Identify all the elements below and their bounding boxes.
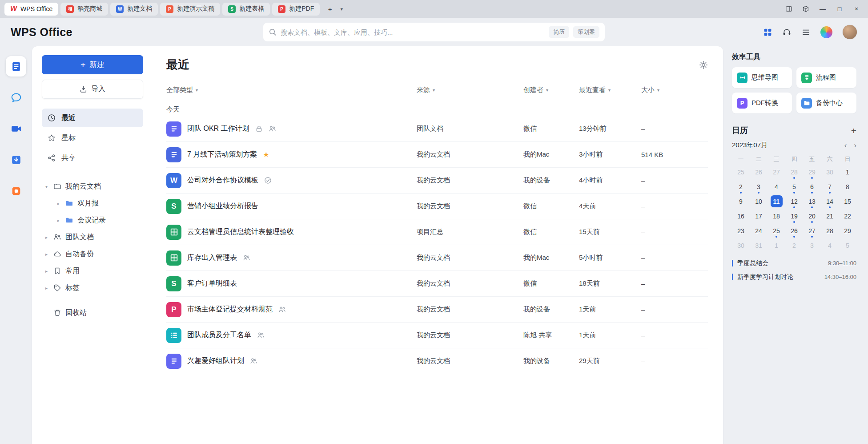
calendar-day[interactable]: 17	[750, 209, 768, 223]
calendar-day[interactable]: 31	[750, 238, 768, 253]
file-row[interactable]: 7 月线下活动策划方案★我的云文档我的Mac3小时前514 KB	[166, 142, 708, 168]
tab-new-document[interactable]: W 新建文档	[110, 3, 158, 16]
calendar-day[interactable]: 8	[839, 179, 856, 194]
file-title[interactable]: 兴趣爱好组队计划	[187, 356, 244, 366]
calendar-day[interactable]: 22	[839, 209, 856, 223]
chevron-right-icon[interactable]: ▸	[44, 269, 49, 274]
tree-item-bimonthly-report[interactable]: ▸ 双月报	[54, 195, 143, 212]
file-title[interactable]: 市场主体登记提交材料规范	[187, 305, 273, 314]
tab-new-pdf[interactable]: P 新建PDF	[272, 3, 320, 16]
calendar-day[interactable]: 1	[768, 238, 785, 253]
add-event-button[interactable]: +	[851, 126, 856, 135]
calendar-day[interactable]: 6	[803, 179, 821, 194]
calendar-day[interactable]: 12	[785, 194, 803, 209]
filter-last-viewed[interactable]: 最近查看 ▾	[579, 86, 641, 94]
calendar-day[interactable]: 9	[732, 194, 750, 209]
rail-docs-icon[interactable]	[6, 56, 26, 77]
calendar-day[interactable]: 19	[785, 209, 803, 223]
calendar-day[interactable]: 30	[732, 238, 750, 253]
tree-item-team-docs[interactable]: ▸ 团队文档	[42, 229, 143, 246]
calendar-day[interactable]: 3	[750, 179, 768, 194]
support-headset-icon[interactable]	[782, 28, 792, 37]
calendar-day[interactable]: 4	[768, 179, 785, 194]
filter-size[interactable]: 大小 ▾	[641, 86, 708, 94]
file-row[interactable]: S营销小组业绩分析报告我的云文档微信4天前–	[166, 194, 708, 219]
calendar-day[interactable]: 5	[785, 179, 803, 194]
calendar-day[interactable]: 15	[839, 194, 856, 209]
file-title[interactable]: 云文档管理员信息统计表整理验收	[187, 227, 294, 237]
tree-item-tags[interactable]: ▸ 标签	[42, 279, 143, 296]
calendar-day[interactable]: 28	[821, 223, 839, 238]
sidebar-item-starred[interactable]: 星标	[42, 129, 143, 147]
rail-chat-icon[interactable]	[6, 87, 26, 108]
calendar-day[interactable]: 30	[821, 165, 839, 179]
tab-docer-store[interactable]: 稻 稻壳商城	[60, 3, 108, 16]
calendar-day[interactable]: 16	[732, 209, 750, 223]
calendar-prev-button[interactable]: ‹	[844, 141, 847, 149]
file-row[interactable]: S客户订单明细表我的云文档微信18天前–	[166, 271, 708, 297]
user-avatar[interactable]	[842, 24, 857, 40]
calendar-day[interactable]: 2	[785, 238, 803, 253]
tree-item-my-cloud-docs[interactable]: ▾ 我的云文档	[42, 178, 143, 195]
calendar-day[interactable]: 27	[803, 223, 821, 238]
file-row[interactable]: 库存出入管理表我的云文档我的Mac5小时前–	[166, 245, 708, 271]
search-tag-resume[interactable]: 简历	[549, 26, 569, 38]
file-row[interactable]: 团队 OKR 工作计划团队文档微信13分钟前–	[166, 116, 708, 142]
file-title[interactable]: 团队 OKR 工作计划	[187, 124, 249, 133]
calendar-day[interactable]: 13	[803, 194, 821, 209]
calendar-day[interactable]: 3	[803, 238, 821, 253]
calendar-day[interactable]: 25	[732, 165, 750, 179]
tab-new-spreadsheet[interactable]: S 新建表格	[222, 3, 270, 16]
search-bar[interactable]: 简历 策划案	[263, 23, 605, 41]
calendar-next-button[interactable]: ›	[854, 141, 856, 149]
file-title[interactable]: 团队成员及分工名单	[187, 331, 251, 340]
calendar-day[interactable]: 1	[839, 165, 856, 179]
calendar-day[interactable]: 2	[732, 179, 750, 194]
calendar-day[interactable]: 29	[839, 223, 856, 238]
close-button[interactable]: ×	[848, 2, 864, 16]
tool-flowchart[interactable]: 流程图	[796, 67, 856, 88]
calendar-day[interactable]: 5	[839, 238, 856, 253]
apps-grid-icon[interactable]	[763, 28, 772, 37]
workspace-box-icon[interactable]	[798, 2, 814, 16]
file-row[interactable]: 兴趣爱好组队计划我的云文档我的设备29天前–	[166, 348, 708, 374]
new-button[interactable]: + 新建	[42, 55, 143, 74]
rail-meeting-icon[interactable]	[6, 118, 26, 139]
calendar-day[interactable]: 10	[750, 194, 768, 209]
chevron-right-icon[interactable]: ▸	[44, 252, 49, 257]
rail-cloud-sync-icon[interactable]	[6, 149, 26, 170]
calendar-day[interactable]: 29	[803, 165, 821, 179]
calendar-day[interactable]: 28	[785, 165, 803, 179]
calendar-day[interactable]: 23	[732, 223, 750, 238]
maximize-button[interactable]: □	[832, 2, 848, 16]
settings-gear-icon[interactable]	[699, 61, 708, 69]
file-title[interactable]: 7 月线下活动策划方案	[187, 150, 257, 159]
file-row[interactable]: W公司对外合作协议模板我的云文档我的设备4小时前–	[166, 168, 708, 194]
tool-mindmap[interactable]: 思维导图	[732, 67, 792, 88]
chevron-down-icon[interactable]: ▾	[44, 184, 49, 189]
calendar-day[interactable]: 27	[768, 165, 785, 179]
tree-item-meeting-notes[interactable]: ▸ 会议记录	[54, 212, 143, 229]
calendar-day[interactable]: 18	[768, 209, 785, 223]
calendar-day[interactable]: 11	[768, 194, 785, 209]
layout-toggle-icon[interactable]	[781, 2, 797, 16]
rail-apps-icon[interactable]	[6, 181, 26, 201]
tool-backup-center[interactable]: 备份中心	[796, 93, 856, 113]
calendar-day[interactable]: 21	[821, 209, 839, 223]
search-tag-plan[interactable]: 策划案	[573, 26, 599, 38]
file-row[interactable]: 云文档管理员信息统计表整理验收项目汇总微信15天前–	[166, 219, 708, 245]
chevron-right-icon[interactable]: ▸	[56, 201, 61, 206]
file-title[interactable]: 客户订单明细表	[187, 279, 237, 288]
calendar-day[interactable]: 20	[803, 209, 821, 223]
minimize-button[interactable]: —	[815, 2, 831, 16]
filter-creator[interactable]: 创建者 ▾	[523, 86, 579, 94]
tab-wps-office[interactable]: W WPS Office	[4, 3, 58, 16]
calendar-day[interactable]: 7	[821, 179, 839, 194]
calendar-day[interactable]: 14	[821, 194, 839, 209]
import-button[interactable]: 导入	[42, 80, 143, 99]
tree-item-auto-backup[interactable]: ▸ 自动备份	[42, 246, 143, 262]
sidebar-item-shared[interactable]: 共享	[42, 149, 143, 167]
chevron-right-icon[interactable]: ▸	[44, 235, 49, 240]
calendar-day[interactable]: 4	[821, 238, 839, 253]
chevron-right-icon[interactable]: ▸	[56, 218, 61, 223]
